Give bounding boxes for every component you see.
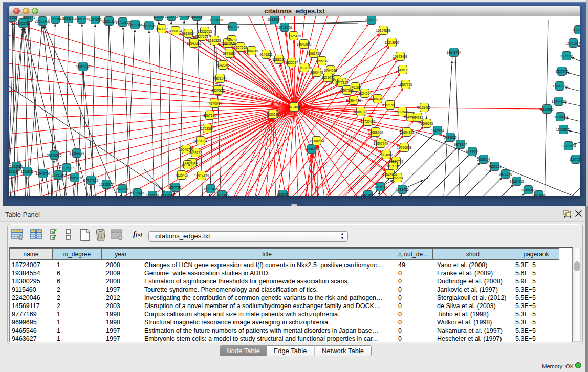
svg-text:9136041: 9136041 (22, 16, 35, 19)
svg-text:16648764: 16648764 (447, 51, 462, 54)
svg-text:1355081: 1355081 (10, 165, 23, 168)
svg-text:10671355: 10671355 (128, 23, 143, 27)
svg-text:1615132: 1615132 (386, 164, 400, 168)
svg-text:839114: 839114 (9, 170, 18, 173)
svg-text:13226055: 13226055 (198, 30, 212, 33)
svg-text:12942757: 12942757 (36, 172, 51, 176)
svg-text:915033: 915033 (153, 16, 164, 18)
svg-text:1423455: 1423455 (361, 193, 375, 196)
svg-text:10923446: 10923446 (130, 191, 145, 195)
svg-text:9146821: 9146821 (259, 53, 273, 56)
svg-text:16120746: 16120746 (389, 160, 404, 163)
svg-text:8912954: 8912954 (182, 32, 195, 35)
svg-text:1527602: 1527602 (89, 18, 102, 21)
svg-text:7803144: 7803144 (213, 77, 227, 80)
svg-text:12505135: 12505135 (68, 176, 82, 180)
svg-text:3822037: 3822037 (285, 61, 298, 64)
svg-text:23975887: 23975887 (59, 166, 74, 170)
svg-text:15640910: 15640910 (297, 42, 312, 46)
svg-text:9329966: 9329966 (560, 54, 573, 58)
svg-text:16210643: 16210643 (553, 115, 568, 119)
svg-text:1140954: 1140954 (431, 129, 444, 133)
svg-text:8454749: 8454749 (245, 49, 258, 53)
svg-text:7357224: 7357224 (226, 25, 239, 29)
svg-text:1017344: 1017344 (49, 17, 62, 21)
svg-text:9084067: 9084067 (380, 153, 393, 157)
svg-text:1345194: 1345194 (52, 173, 65, 177)
svg-text:7663822: 7663822 (155, 27, 168, 31)
svg-text:12444159: 12444159 (552, 100, 567, 103)
svg-text:5938923: 5938923 (444, 136, 457, 139)
svg-text:1062534: 1062534 (190, 16, 204, 18)
svg-text:10654112: 10654112 (510, 180, 525, 183)
svg-text:964231: 964231 (412, 116, 423, 119)
svg-text:28053346: 28053346 (76, 65, 91, 69)
svg-text:17359924: 17359924 (70, 151, 84, 155)
svg-text:15692971: 15692971 (556, 128, 571, 132)
svg-text:9474444: 9474444 (466, 150, 479, 154)
svg-text:8860124: 8860124 (169, 29, 182, 33)
svg-text:6966160: 6966160 (102, 19, 116, 23)
svg-text:2530285: 2530285 (266, 113, 279, 116)
svg-text:16033809: 16033809 (208, 18, 223, 22)
svg-text:2367608: 2367608 (234, 46, 247, 49)
svg-text:16782759: 16782759 (115, 187, 130, 191)
svg-text:1733426: 1733426 (396, 188, 409, 191)
svg-text:8153354: 8153354 (178, 16, 191, 18)
svg-text:1923453: 1923453 (276, 193, 290, 196)
svg-text:9245652: 9245652 (521, 188, 535, 192)
svg-text:8990448: 8990448 (310, 71, 323, 74)
svg-text:6879197: 6879197 (454, 143, 467, 146)
svg-text:13622015: 13622015 (297, 66, 312, 70)
svg-text:19384554: 19384554 (310, 139, 324, 143)
svg-text:14136141: 14136141 (373, 185, 388, 189)
svg-text:8293111: 8293111 (62, 17, 75, 20)
svg-text:1573421: 1573421 (181, 163, 194, 167)
svg-text:10973493: 10973493 (393, 55, 408, 58)
svg-text:252254: 252254 (392, 176, 403, 180)
svg-text:3813054: 3813054 (268, 18, 281, 21)
svg-text:3267130: 3267130 (203, 114, 216, 117)
svg-text:18807249: 18807249 (374, 142, 388, 145)
svg-text:1253342: 1253342 (165, 16, 178, 18)
svg-text:7632621: 7632621 (488, 165, 502, 168)
svg-text:11325419: 11325419 (287, 34, 301, 38)
svg-text:6497568: 6497568 (340, 89, 354, 92)
svg-text:417006: 417006 (209, 102, 220, 105)
svg-text:18724007: 18724007 (287, 105, 302, 109)
svg-text:6794028: 6794028 (324, 69, 337, 72)
svg-text:15384554: 15384554 (304, 147, 319, 151)
svg-text:13524851: 13524851 (383, 172, 398, 176)
svg-text:10025438: 10025438 (395, 110, 410, 114)
svg-text:8878334: 8878334 (194, 139, 207, 143)
svg-text:2935114: 2935114 (477, 158, 490, 161)
svg-text:9699695: 9699695 (420, 122, 433, 125)
svg-text:3624554: 3624554 (358, 92, 372, 95)
svg-text:20364436: 20364436 (346, 99, 361, 102)
svg-text:17957225: 17957225 (84, 179, 99, 182)
svg-text:16914479: 16914479 (194, 174, 209, 178)
svg-text:12213967: 12213967 (385, 41, 400, 45)
svg-text:12093822: 12093822 (553, 84, 568, 88)
svg-text:10653287: 10653287 (75, 17, 90, 21)
svg-text:3498222: 3498222 (189, 151, 202, 155)
svg-text:10807487: 10807487 (371, 97, 385, 101)
svg-text:1588520: 1588520 (272, 58, 286, 61)
svg-text:9327541: 9327541 (221, 41, 234, 45)
svg-text:9115460: 9115460 (418, 106, 431, 110)
svg-text:15720407: 15720407 (361, 120, 376, 123)
svg-text:7955812: 7955812 (315, 59, 329, 63)
svg-text:20206576: 20206576 (47, 154, 62, 157)
svg-text:19218506: 19218506 (277, 26, 292, 29)
svg-text:3875685: 3875685 (223, 52, 236, 55)
svg-text:9121345: 9121345 (161, 194, 174, 196)
svg-text:19756928: 19756928 (397, 146, 412, 149)
svg-text:9242848: 9242848 (216, 63, 229, 67)
svg-text:8186328: 8186328 (208, 39, 221, 42)
svg-text:8427552: 8427552 (211, 89, 225, 92)
svg-text:19654923: 19654923 (400, 130, 415, 134)
svg-text:7625402: 7625402 (175, 173, 188, 177)
svg-text:14055712: 14055712 (16, 21, 31, 25)
svg-text:62160: 62160 (385, 103, 395, 107)
svg-text:17016504: 17016504 (561, 144, 576, 148)
